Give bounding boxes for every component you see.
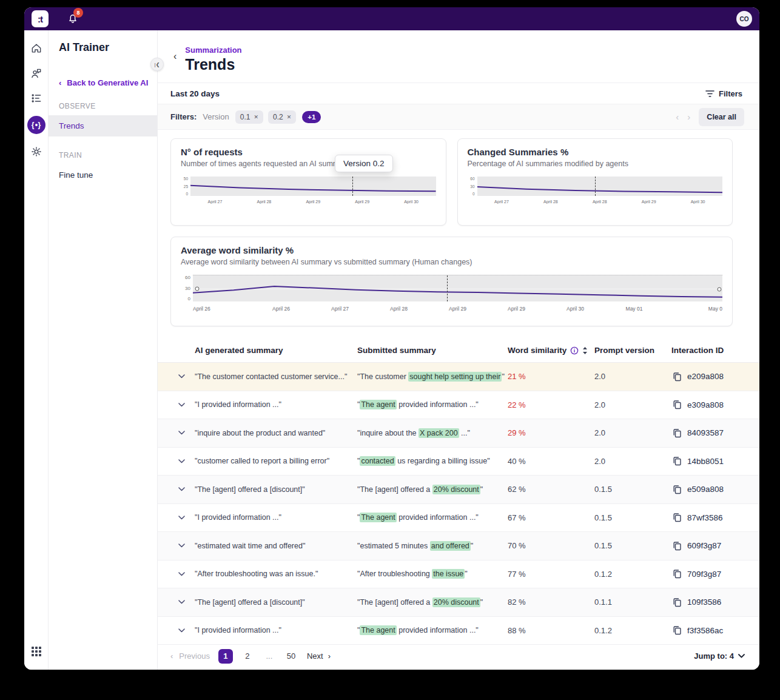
- copy-id-button[interactable]: [671, 540, 682, 551]
- remove-chip-icon[interactable]: ✕: [287, 114, 292, 120]
- copy-icon: [673, 485, 682, 494]
- copy-icon: [673, 456, 682, 466]
- notifications-button[interactable]: 8: [67, 12, 80, 25]
- interaction-id-text: e309a808: [687, 400, 724, 409]
- expand-row-button[interactable]: [174, 567, 189, 581]
- filters-button-label: Filters: [719, 89, 742, 98]
- info-icon[interactable]: [570, 346, 579, 355]
- ai-summary-cell: "customer called to report a billing err…: [195, 457, 357, 465]
- prompt-version-cell: 2.0: [594, 372, 671, 381]
- expand-row-button[interactable]: [174, 539, 189, 553]
- avatar[interactable]: CO: [736, 11, 752, 27]
- filter-bar-label: Filters:: [170, 112, 197, 121]
- sidebar-item-fine-tune[interactable]: Fine tune: [49, 164, 157, 186]
- y-tick: 60: [185, 275, 190, 280]
- col-word-similarity[interactable]: Word similarity: [508, 346, 567, 355]
- jump-to-select[interactable]: Jump to: 4: [694, 651, 745, 661]
- prompt-version-cell: 0.1.5: [594, 541, 671, 550]
- chart-subtitle: Number of times agents requested an AI s…: [181, 160, 436, 168]
- ai-summary-cell: "I provided information ...": [195, 400, 357, 409]
- word-similarity-cell: 40 %: [508, 457, 594, 466]
- changed-summaries-chart[interactable]: [477, 177, 723, 196]
- chevron-down-icon: [178, 487, 185, 491]
- col-submitted-summary[interactable]: Submitted summary: [357, 346, 508, 355]
- ai-summary-cell: "inquire about the product and wanted": [195, 429, 357, 437]
- copy-id-button[interactable]: [671, 428, 682, 439]
- copy-id-button[interactable]: [671, 597, 682, 608]
- x-tick: April 30: [546, 306, 605, 312]
- interaction-id-text: 609f3g87: [687, 541, 721, 550]
- copy-id-button[interactable]: [671, 568, 682, 579]
- expand-row-button[interactable]: [174, 454, 189, 468]
- more-filters-badge[interactable]: +1: [302, 111, 321, 123]
- expand-row-button[interactable]: [174, 369, 189, 384]
- requests-chart[interactable]: [190, 177, 436, 196]
- x-tick: April 27: [477, 200, 526, 204]
- rail-settings-button[interactable]: [29, 144, 44, 159]
- icon-rail: {}: [24, 30, 49, 670]
- sidebar-item-trends[interactable]: Trends: [49, 115, 157, 136]
- col-ai-summary[interactable]: AI generated summary: [195, 346, 357, 355]
- x-tick: April 29: [289, 200, 338, 204]
- jump-to-label: Jump to: 4: [694, 651, 734, 661]
- table-header: AI generated summary Submitted summary W…: [158, 338, 759, 363]
- diff-highlight: The agent: [360, 513, 396, 522]
- expand-row-button[interactable]: [174, 426, 189, 440]
- chevron-left-icon: ‹: [59, 78, 61, 87]
- filter-next-chevron-icon[interactable]: ›: [687, 112, 690, 122]
- word-similarity-chart[interactable]: [193, 275, 722, 301]
- copy-id-button[interactable]: [671, 484, 682, 495]
- filter-prev-chevron-icon[interactable]: ‹: [676, 112, 679, 122]
- filter-chip[interactable]: 0.1✕: [235, 110, 263, 124]
- page-back-chevron-icon[interactable]: ‹: [173, 51, 177, 62]
- expand-row-button[interactable]: [174, 623, 189, 638]
- apps-grid-button[interactable]: [29, 644, 44, 659]
- next-page-button[interactable]: Next ›: [307, 651, 331, 661]
- copy-id-button[interactable]: [671, 456, 682, 466]
- page-button[interactable]: 2: [240, 649, 255, 664]
- rail-agents-button[interactable]: [29, 66, 44, 81]
- y-tick: 30: [470, 184, 474, 189]
- copy-id-button[interactable]: [671, 625, 682, 636]
- breadcrumb[interactable]: Summarization: [185, 45, 241, 55]
- sort-icon[interactable]: [582, 347, 588, 354]
- expand-row-button[interactable]: [174, 482, 189, 497]
- diff-highlight: the issue: [432, 569, 465, 579]
- submitted-summary-cell: "The [agent] offered a 20% discount": [357, 598, 508, 607]
- filters-button[interactable]: Filters: [705, 89, 742, 98]
- filter-chip[interactable]: 0.2✕: [268, 110, 296, 124]
- copy-id-button[interactable]: [671, 371, 682, 382]
- ai-summary-cell: "estimated wait time and offered": [195, 542, 357, 550]
- page-button[interactable]: 1: [218, 649, 233, 664]
- chevron-down-icon: [178, 431, 185, 435]
- rail-ai-trainer-button[interactable]: {}: [27, 116, 45, 134]
- app-logo[interactable]: :t: [32, 10, 49, 27]
- expand-row-button[interactable]: [174, 397, 189, 412]
- interaction-id-text: 84093587: [687, 428, 724, 437]
- clear-all-button[interactable]: Clear all: [699, 108, 744, 126]
- previous-page-button[interactable]: ‹ Previous: [170, 651, 210, 661]
- expand-row-button[interactable]: [174, 510, 189, 525]
- interaction-id-text: 14bb8051: [687, 457, 724, 466]
- page-button[interactable]: 50: [284, 649, 298, 664]
- prompt-version-cell: 2.0: [594, 457, 671, 466]
- col-prompt-version[interactable]: Prompt version: [594, 346, 671, 355]
- col-interaction-id[interactable]: Interaction ID: [671, 346, 745, 355]
- submitted-summary-cell: "The agent provided information ...": [357, 513, 508, 522]
- page-ellipsis: ...: [262, 649, 277, 664]
- chip-label: 0.1: [240, 113, 250, 121]
- collapse-sidebar-button[interactable]: |❮: [150, 58, 164, 71]
- rail-home-button[interactable]: [29, 41, 44, 56]
- prompt-version-cell: 0.1.2: [594, 570, 671, 579]
- copy-id-button[interactable]: [671, 399, 682, 410]
- remove-chip-icon[interactable]: ✕: [254, 114, 258, 120]
- version-marker-line: [595, 177, 596, 196]
- copy-id-button[interactable]: [671, 512, 682, 523]
- table-row: "estimated wait time and offered""estima…: [158, 532, 759, 560]
- expand-row-button[interactable]: [174, 595, 189, 610]
- diff-highlight: sought help setting up their: [408, 372, 502, 382]
- rail-workflows-button[interactable]: [29, 91, 44, 106]
- back-to-generative-ai-link[interactable]: ‹ Back to Generative AI: [49, 78, 157, 87]
- submitted-summary-cell: "The customer sought help setting up the…: [357, 372, 508, 381]
- filter-bar: Filters: Version 0.1✕0.2✕ +1 ‹ › Clear a…: [158, 104, 759, 130]
